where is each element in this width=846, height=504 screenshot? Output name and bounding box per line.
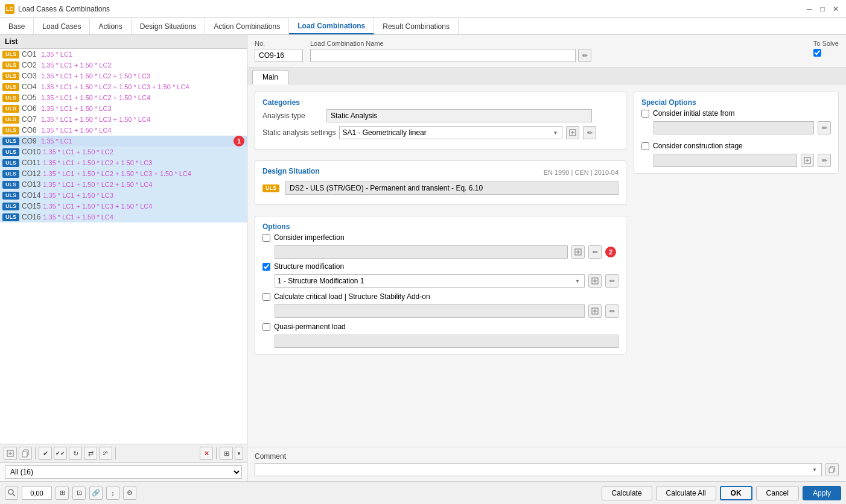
view-button[interactable]: ⊞	[220, 447, 233, 460]
tab-base[interactable]: Base	[0, 18, 34, 34]
list-item[interactable]: ULS CO2 1.35 * LC1 + 1.50 * LC2	[0, 60, 247, 71]
static-settings-edit-button[interactable]: ✏	[583, 126, 596, 139]
maximize-button[interactable]: □	[817, 4, 828, 14]
left-panel: List ULS CO1 1.35 * LC1 ULS CO2 1.35 * L…	[0, 35, 247, 481]
table-button[interactable]: ⊡	[72, 487, 86, 500]
critical-load-edit-button[interactable]: ✏	[605, 304, 619, 318]
form-main: Categories Analysis type Static analysis…	[255, 92, 626, 439]
static-settings-select[interactable]: SA1 - Geometrically linear	[339, 126, 562, 139]
quasi-permanent-row: Quasi-permanent load	[262, 323, 619, 331]
apply-button[interactable]: Apply	[803, 486, 841, 500]
circle-badge-1: 1	[234, 136, 244, 146]
construction-new-button[interactable]	[801, 154, 814, 167]
list-item[interactable]: ULS CO15 1.35 * LC1 + 1.50 * LC3 + 1.50 …	[0, 201, 247, 212]
badge-uls: ULS	[2, 61, 19, 69]
list-item[interactable]: ULS CO11 1.35 * LC1 + 1.50 * LC2 + 1.50 …	[0, 157, 247, 168]
link-button[interactable]: 🔗	[89, 487, 103, 500]
quasi-permanent-label: Quasi-permanent load	[274, 323, 346, 331]
consider-construction-checkbox[interactable]	[641, 142, 649, 150]
critical-load-new-button[interactable]	[588, 304, 602, 318]
numbers-button[interactable]: 2⁶	[99, 447, 112, 460]
tab-resultcombinations[interactable]: Result Combinations	[374, 18, 459, 34]
sync-button[interactable]: ⇄	[84, 447, 97, 460]
search-icon-button[interactable]	[5, 487, 18, 500]
settings-button[interactable]: ⚙	[123, 487, 136, 500]
options-title: Options	[262, 222, 619, 231]
cancel-button[interactable]: Cancel	[756, 486, 799, 500]
to-solve-checkbox[interactable]	[813, 49, 821, 57]
imperfection-new-button[interactable]	[571, 245, 585, 259]
structure-mod-edit-button[interactable]: ✏	[605, 274, 619, 288]
list-item[interactable]: ULS CO4 1.35 * LC1 + 1.50 * LC2 + 1.50 *…	[0, 81, 247, 92]
tab-loadcases[interactable]: Load Cases	[34, 18, 90, 34]
calculate-button[interactable]: Calculate	[602, 486, 652, 500]
refresh-button[interactable]: ↻	[69, 447, 82, 460]
list-item[interactable]: ULS CO3 1.35 * LC1 + 1.50 * LC2 + 1.50 *…	[0, 71, 247, 81]
calculate-all-button[interactable]: Calculate All	[656, 486, 716, 500]
structure-mod-select[interactable]: 1 - Structure Modification 1	[275, 274, 585, 288]
comment-select[interactable]	[255, 463, 822, 476]
name-input[interactable]	[310, 49, 576, 62]
list-toolbar: ✔ ✔✔ ↻ ⇄ 2⁶ ✕ ⊞ ▼	[0, 444, 247, 462]
check-button[interactable]: ✔	[39, 447, 52, 460]
to-solve-row	[813, 49, 839, 57]
view-dropdown[interactable]: ▼	[235, 447, 243, 460]
tab-actioncombinations[interactable]: Action Combinations	[205, 18, 289, 34]
svg-point-22	[8, 490, 13, 494]
copy-button[interactable]	[19, 447, 32, 460]
list-item[interactable]: ULS CO12 1.35 * LC1 + 1.50 * LC2 + 1.50 …	[0, 168, 247, 179]
construction-edit-button[interactable]: ✏	[818, 154, 831, 167]
grid-button[interactable]: ⊞	[56, 487, 69, 500]
tab-actions[interactable]: Actions	[90, 18, 131, 34]
structure-mod-checkbox[interactable]	[262, 263, 270, 271]
ds-badge: ULS	[262, 184, 279, 192]
badge-uls: ULS	[2, 83, 19, 91]
list-item[interactable]: ULS CO13 1.35 * LC1 + 1.50 * LC2 + 1.50 …	[0, 179, 247, 190]
item-code: CO5	[22, 93, 39, 102]
consider-imperfection-checkbox[interactable]	[262, 234, 270, 242]
app-icon: LC	[5, 4, 14, 14]
tab-loadcombinations[interactable]: Load Combinations	[289, 18, 374, 34]
list-item[interactable]: ULS CO1 1.35 * LC1	[0, 49, 247, 60]
item-formula: 1.35 * LC1 + 1.50 * LC3	[41, 105, 112, 112]
list-item[interactable]: ULS CO10 1.35 * LC1 + 1.50 * LC2	[0, 146, 247, 157]
quasi-permanent-checkbox[interactable]	[262, 323, 270, 331]
no-input[interactable]	[255, 49, 303, 62]
item-code: CO3	[22, 72, 39, 80]
close-button[interactable]: ✕	[830, 4, 841, 14]
options-section: Options Consider imperfection ✏ 2	[255, 216, 626, 354]
edit-name-button[interactable]: ✏	[578, 49, 591, 62]
item-formula: 1.35 * LC1	[41, 51, 72, 58]
structure-mod-new-button[interactable]	[588, 274, 602, 288]
list-item[interactable]: ULS CO16 1.35 * LC1 + 1.50 * LC4	[0, 212, 247, 222]
comment-copy-button[interactable]	[825, 463, 839, 476]
badge-uls: ULS	[2, 72, 19, 80]
filter-select[interactable]: All (16)	[5, 465, 242, 479]
main-content: List ULS CO1 1.35 * LC1 ULS CO2 1.35 * L…	[0, 35, 846, 481]
static-settings-new-button[interactable]	[566, 126, 579, 139]
list-item[interactable]: ULS CO14 1.35 * LC1 + 1.50 * LC3	[0, 190, 247, 201]
no-label: No.	[255, 40, 303, 47]
list-item[interactable]: ULS CO5 1.35 * LC1 + 1.50 * LC2 + 1.50 *…	[0, 92, 247, 103]
item-code: CO4	[22, 83, 39, 91]
sort-button[interactable]: ↕	[106, 487, 119, 500]
minimize-button[interactable]: ─	[804, 4, 815, 14]
consider-initial-checkbox[interactable]	[641, 110, 649, 118]
badge-uls: ULS	[2, 203, 19, 210]
check-all-button[interactable]: ✔✔	[54, 447, 67, 460]
critical-load-checkbox[interactable]	[262, 293, 270, 301]
tab-designsituations[interactable]: Design Situations	[132, 18, 205, 34]
list-item[interactable]: ULS CO6 1.35 * LC1 + 1.50 * LC3	[0, 103, 247, 114]
imperfection-edit-button[interactable]: ✏	[588, 245, 602, 259]
list-item[interactable]: ULS CO8 1.35 * LC1 + 1.50 * LC4	[0, 125, 247, 136]
initial-state-edit-button[interactable]: ✏	[818, 121, 831, 134]
circle-badge-2: 2	[605, 247, 616, 257]
structure-mod-label: Structure modification	[274, 262, 344, 271]
tab-main[interactable]: Main	[252, 70, 288, 84]
new-button[interactable]	[4, 447, 17, 460]
delete-button[interactable]: ✕	[200, 447, 213, 460]
list-item-co9[interactable]: ULS CO9 1.35 * LC1 1	[0, 136, 247, 146]
ok-button[interactable]: OK	[720, 486, 752, 500]
list-item[interactable]: ULS CO7 1.35 * LC1 + 1.50 * LC3 + 1.50 *…	[0, 114, 247, 125]
item-code: CO16	[22, 213, 40, 221]
